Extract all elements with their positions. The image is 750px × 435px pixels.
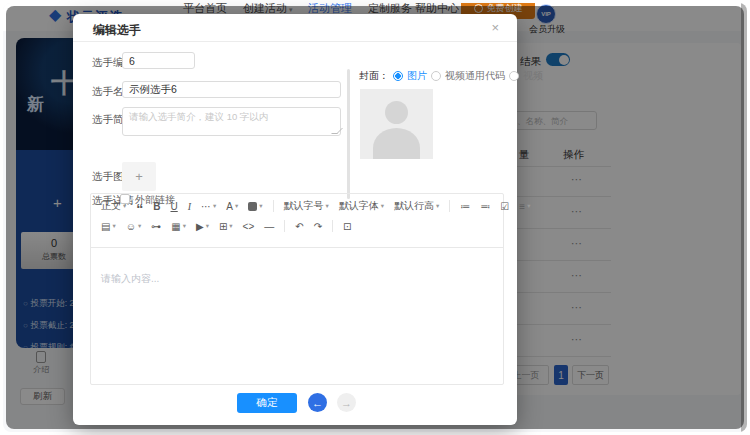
cover-type-row: 封面： 图片 视频通用代码 视频 xyxy=(359,69,509,83)
horizontal-rule-button[interactable]: — xyxy=(260,218,278,234)
bullet-list-button[interactable]: ≔ xyxy=(456,198,474,214)
blockquote-button[interactable]: “ xyxy=(132,198,147,214)
radio-image-label[interactable]: 图片 xyxy=(407,69,427,83)
chevron-down-icon: ▾ xyxy=(436,202,439,210)
radio-video-label[interactable]: 视频 xyxy=(523,69,543,83)
radio-video[interactable] xyxy=(509,71,519,81)
fullscreen-button[interactable]: ⊡ xyxy=(339,218,355,234)
prev-player-button[interactable]: ← xyxy=(308,393,327,412)
modal-title: 编辑选手 xyxy=(93,22,141,39)
toolbar-separator xyxy=(449,200,450,212)
radio-image[interactable] xyxy=(393,71,403,81)
chevron-down-icon: ▾ xyxy=(229,222,232,230)
editor-placeholder[interactable]: 请输入内容... xyxy=(101,272,159,286)
todo-list-button[interactable]: ☑ xyxy=(496,198,513,214)
code-block-button[interactable]: <> xyxy=(239,218,259,234)
insert-image-button[interactable]: ▦▾ xyxy=(167,218,190,234)
editor-toolbar-row1: 正文▾ “ B U I ⋯▾ A▾ ▾ 默认字号▾ 默认字体▾ 默认行高▾ ≔ … xyxy=(91,196,503,216)
next-player-button[interactable]: → xyxy=(337,393,356,412)
bold-button[interactable]: B xyxy=(149,198,164,214)
columns-button[interactable]: ▤▾ xyxy=(97,218,120,234)
player-number-input[interactable] xyxy=(122,52,195,69)
chevron-down-icon: ▾ xyxy=(213,202,216,210)
bg-color-button[interactable]: ▾ xyxy=(244,198,266,214)
screen: ◆ 状元评选 平台首页 创建活动▾ 活动管理 定制服务 帮助中心▾ 免费创建 V… xyxy=(0,0,750,435)
ordered-list-button[interactable]: ≕ xyxy=(476,198,494,214)
editor-toolbar-row2: ▤▾ ☺▾ ⊶ ▦▾ ▶▾ ⊞▾ <> — ↶ ↷ ⊡ xyxy=(91,216,503,236)
chevron-down-icon: ▾ xyxy=(183,222,186,230)
player-intro-textarea[interactable] xyxy=(122,107,341,136)
italic-button[interactable]: I xyxy=(184,198,195,214)
underline-button[interactable]: U xyxy=(167,198,182,214)
font-size-button[interactable]: 默认字号▾ xyxy=(280,198,333,214)
chevron-down-icon: ▾ xyxy=(112,222,115,230)
paragraph-style-button[interactable]: 正文▾ xyxy=(97,198,130,214)
insert-table-button[interactable]: ⊞▾ xyxy=(215,218,237,234)
toolbar-bottom-border xyxy=(91,247,503,248)
close-icon[interactable]: × xyxy=(491,20,499,35)
radio-video-embed[interactable] xyxy=(431,71,441,81)
font-family-button[interactable]: 默认字体▾ xyxy=(335,198,388,214)
font-color-button[interactable]: A▾ xyxy=(222,198,242,214)
chevron-down-icon: ▾ xyxy=(235,202,238,210)
toolbar-separator xyxy=(273,200,274,212)
edit-player-modal: 编辑选手 × 选手编号 选手名称 选手简介 选手图片 + 选手详情 外部链接 封… xyxy=(73,14,517,425)
image-upload-button[interactable]: + xyxy=(122,162,156,191)
chevron-down-icon: ▾ xyxy=(206,222,209,230)
chevron-down-icon: ▾ xyxy=(123,202,126,210)
chevron-down-icon: ▾ xyxy=(326,202,329,210)
emoji-button[interactable]: ☺▾ xyxy=(122,218,145,234)
more-styles-button[interactable]: ⋯▾ xyxy=(197,198,220,214)
insert-video-button[interactable]: ▶▾ xyxy=(192,218,213,234)
insert-link-button[interactable]: ⊶ xyxy=(147,218,165,234)
redo-button[interactable]: ↷ xyxy=(310,218,326,234)
chevron-down-icon: ▾ xyxy=(138,222,141,230)
chevron-down-icon: ▾ xyxy=(527,202,530,210)
cover-image-placeholder[interactable] xyxy=(360,89,433,159)
modal-titlebar: 编辑选手 × xyxy=(73,14,517,42)
radio-video-embed-label[interactable]: 视频通用代码 xyxy=(445,69,505,83)
confirm-button[interactable]: 确定 xyxy=(237,393,297,413)
color-swatch-icon xyxy=(248,202,257,211)
chevron-down-icon: ▾ xyxy=(259,202,262,210)
align-button[interactable]: ≡▾ xyxy=(515,198,534,214)
chevron-down-icon: ▾ xyxy=(381,202,384,210)
rich-text-editor: 正文▾ “ B U I ⋯▾ A▾ ▾ 默认字号▾ 默认字体▾ 默认行高▾ ≔ … xyxy=(90,193,504,385)
column-divider-scrollbar[interactable] xyxy=(347,69,350,199)
line-height-button[interactable]: 默认行高▾ xyxy=(390,198,443,214)
toolbar-separator xyxy=(332,220,333,232)
player-name-input[interactable] xyxy=(122,81,341,98)
cover-label: 封面： xyxy=(359,69,389,83)
undo-button[interactable]: ↶ xyxy=(291,218,307,234)
toolbar-separator xyxy=(284,220,285,232)
